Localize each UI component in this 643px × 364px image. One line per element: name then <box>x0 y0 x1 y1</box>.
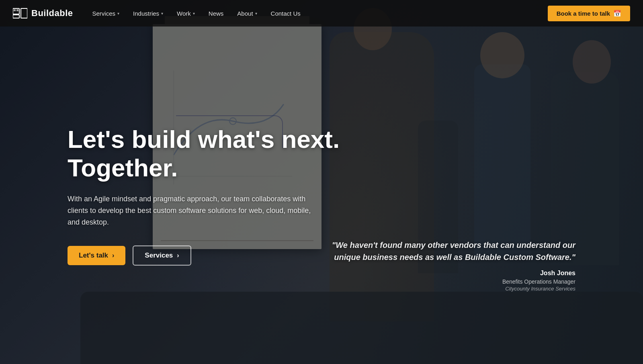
services-button[interactable]: Services › <box>133 245 191 266</box>
nav-work[interactable]: Work ▾ <box>170 7 201 20</box>
hero-subtext: With an Agile mindset and pragmatic appr… <box>68 193 317 228</box>
arrow-right-icon: › <box>112 252 114 259</box>
testimonial-quote: "We haven't found many other vendors tha… <box>318 239 575 263</box>
chevron-down-icon: ▾ <box>161 11 163 16</box>
hero-headline: Let's build what's next. Together. <box>68 125 341 182</box>
lets-talk-button[interactable]: Let's talk › <box>68 246 125 265</box>
testimonial-name: Josh Jones <box>318 270 575 277</box>
svg-rect-2 <box>21 8 27 18</box>
testimonial-title: Benefits Operations Manager <box>318 278 575 285</box>
hero-section: Let's build what's next. Together. With … <box>0 0 643 364</box>
svg-rect-4 <box>16 9 18 11</box>
chevron-down-icon: ▾ <box>255 11 257 16</box>
cta-label: Book a time to talk <box>557 10 610 17</box>
svg-rect-3 <box>14 9 16 11</box>
nav-links: Services ▾ Industries ▾ Work ▾ News Abou… <box>86 7 548 20</box>
svg-rect-1 <box>13 15 19 18</box>
calendar-icon: 📅 <box>613 10 621 17</box>
logo-icon <box>13 8 27 19</box>
nav-industries[interactable]: Industries ▾ <box>127 7 170 20</box>
testimonial-company: Citycounty Insurance Services <box>318 286 575 292</box>
nav-about[interactable]: About ▾ <box>231 7 263 20</box>
nav-contact[interactable]: Contact Us <box>264 7 307 20</box>
chevron-down-icon: ▾ <box>193 11 195 16</box>
logo-link[interactable]: Buildable <box>13 8 73 19</box>
chevron-down-icon: ▾ <box>117 11 119 16</box>
nav-services[interactable]: Services ▾ <box>86 7 126 20</box>
nav-news[interactable]: News <box>202 7 230 20</box>
testimonial-block: "We haven't found many other vendors tha… <box>318 239 575 292</box>
logo-text: Buildable <box>31 8 73 18</box>
book-time-button[interactable]: Book a time to talk 📅 <box>548 6 630 21</box>
navbar: Buildable Services ▾ Industries ▾ Work ▾… <box>0 0 643 27</box>
arrow-right-icon: › <box>177 252 179 259</box>
